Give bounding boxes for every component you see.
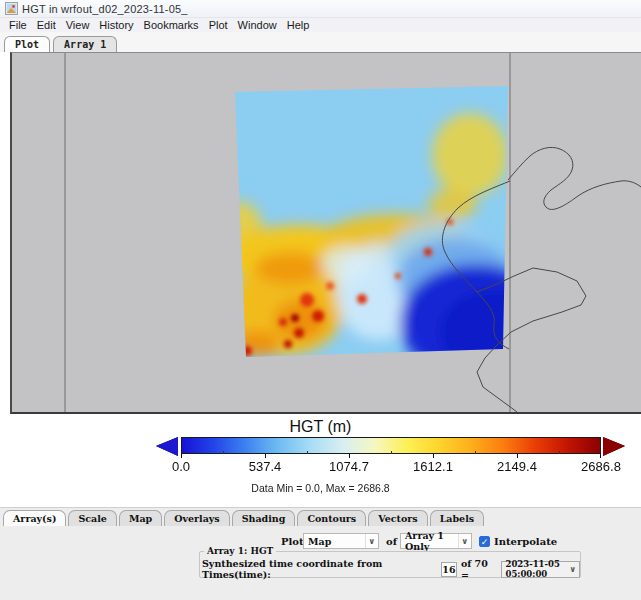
colorbar-title: HGT (m)	[0, 418, 641, 436]
colorbar-tick-label: 1612.1	[393, 459, 473, 474]
data-min-max-note: Data Min = 0.0, Max = 2686.8	[0, 482, 641, 494]
plot-type-value: Map	[308, 536, 331, 547]
colorbar-tick-label: 0.0	[141, 459, 221, 474]
time-value-select[interactable]: 2023-11-05 05:00:00 ∨	[501, 561, 580, 578]
panel-tab-map[interactable]: Map	[119, 510, 162, 526]
panel-tab-shading[interactable]: Shading	[232, 510, 296, 526]
coastline-upper-right	[508, 147, 641, 209]
colorbar-tick-label: 537.4	[225, 459, 305, 474]
colorbar-underflow-arrow-icon	[156, 437, 178, 456]
array-select-value: Array 1 Only	[405, 530, 458, 552]
array-1-group-title: Array 1: HGT	[204, 546, 276, 556]
colorbar-minor-tick	[223, 451, 224, 454]
menu-bar: File Edit View History Bookmarks Plot Wi…	[0, 18, 641, 32]
menu-help[interactable]: Help	[282, 19, 315, 31]
plot-label: Plot	[281, 536, 304, 547]
tab-plot[interactable]: Plot	[4, 36, 50, 52]
menu-history[interactable]: History	[94, 19, 138, 31]
panel-tab-labels[interactable]: Labels	[430, 510, 484, 526]
colorbar-minor-tick	[391, 451, 392, 454]
chevron-down-icon: ∨	[365, 534, 379, 548]
colorbar-minor-tick	[475, 451, 476, 454]
chevron-down-icon: ∨	[570, 564, 580, 574]
colorbar-tick-label: 2149.4	[477, 459, 557, 474]
menu-view[interactable]: View	[61, 19, 95, 31]
of-label: of	[386, 536, 397, 547]
chevron-down-icon: ∨	[458, 534, 472, 548]
menu-file[interactable]: File	[4, 19, 32, 31]
top-tab-bar: Plot Array 1	[0, 32, 641, 52]
panel-tab-scale[interactable]: Scale	[68, 510, 116, 526]
colorbar-minor-tick	[307, 451, 308, 454]
panel-tab-contours[interactable]: Contours	[297, 510, 366, 526]
menu-window[interactable]: Window	[233, 19, 282, 31]
app-icon	[5, 2, 18, 15]
panel-tab-bar: Array(s) Scale Map Overlays Shading Cont…	[0, 508, 641, 526]
array-1-group: Array 1: HGT Synthesized time coordinate…	[199, 551, 581, 578]
map-plot-canvas[interactable]	[10, 52, 641, 414]
control-panel: Array(s) Scale Map Overlays Shading Cont…	[0, 507, 641, 600]
colorbar-tick	[181, 454, 182, 458]
time-total-label: of 70 =	[461, 558, 497, 580]
time-coordinate-label: Synthesized time coordinate from Times(t…	[202, 558, 437, 580]
interpolate-label: Interpolate	[494, 536, 557, 547]
menu-edit[interactable]: Edit	[32, 19, 61, 31]
interpolate-checkbox[interactable]	[479, 536, 490, 547]
map-plot-svg	[12, 53, 641, 412]
time-coordinate-row: Synthesized time coordinate from Times(t…	[202, 560, 580, 578]
time-index-input[interactable]: 16	[441, 562, 457, 577]
window-title: HGT in wrfout_d02_2023-11-05_	[22, 3, 188, 15]
time-value: 2023-11-05 05:00:00	[505, 559, 569, 579]
hgt-heatmap	[218, 80, 550, 380]
panel-tab-overlays[interactable]: Overlays	[164, 510, 229, 526]
tab-array-1[interactable]: Array 1	[53, 36, 117, 52]
plot-type-row: Plot Map ∨ of Array 1 Only ∨ Interpolate	[0, 532, 641, 552]
colorbar-tick	[349, 454, 350, 458]
colorbar-tick	[265, 454, 266, 458]
colorbar-tick-label: 2686.8	[561, 459, 641, 474]
colorbar-minor-tick	[559, 451, 560, 454]
colorbar-tick	[600, 454, 601, 458]
panel-tab-vectors[interactable]: Vectors	[368, 510, 427, 526]
colorbar-tick-label: 1074.7	[309, 459, 389, 474]
menu-bookmarks[interactable]: Bookmarks	[139, 19, 204, 31]
window-titlebar: HGT in wrfout_d02_2023-11-05_	[0, 0, 641, 18]
legend-zone: HGT (m) 0.0 537.4 1074.7 1612.1 2149.4 2…	[0, 414, 641, 507]
colorbar-tick	[433, 454, 434, 458]
colorbar-tick	[517, 454, 518, 458]
array-select[interactable]: Array 1 Only ∨	[400, 533, 472, 549]
colorbar-overflow-arrow-icon	[603, 437, 625, 456]
menu-plot[interactable]: Plot	[204, 19, 233, 31]
panel-tab-arrays[interactable]: Array(s)	[3, 510, 66, 526]
plot-canvas-margin	[0, 52, 641, 414]
plot-type-select[interactable]: Map ∨	[303, 533, 379, 549]
